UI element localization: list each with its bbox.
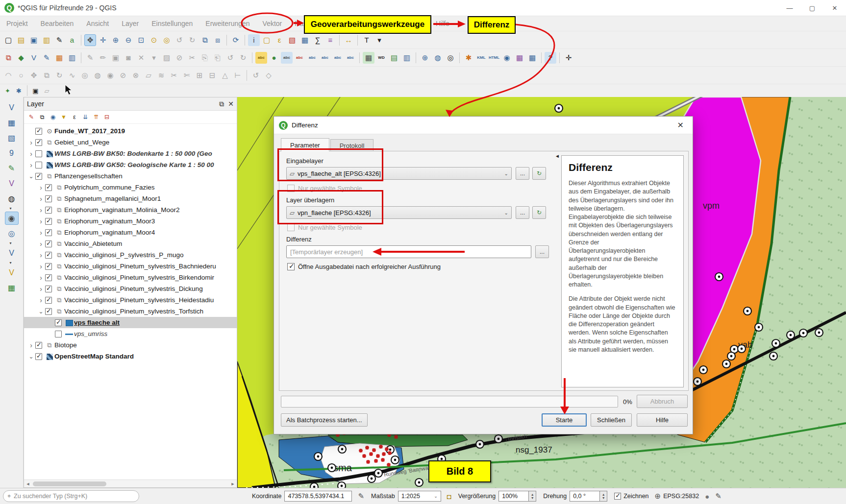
layer-tree-row[interactable]: ⌄⧉Vaccinio_uliginosi_Pinetum_sylvestris_… <box>24 306 237 317</box>
vertex-edit-icon[interactable]: △ <box>219 70 231 81</box>
layer-name[interactable]: vps flaeche alt <box>74 319 120 326</box>
expand-icon[interactable]: › <box>27 161 35 169</box>
help-contents-icon[interactable]: ? <box>545 52 556 64</box>
layer-tree-row[interactable]: ›WMS LGRB-BW GK50: Geologische Karte 1 :… <box>24 159 237 170</box>
layer-visibility-checkbox[interactable] <box>45 229 52 236</box>
overlay-browse-button[interactable]: ... <box>516 206 529 219</box>
add-arcgis-layer-icon[interactable]: V <box>5 266 19 279</box>
close-icon[interactable]: ✕ <box>823 0 846 16</box>
expand-icon[interactable]: › <box>37 274 45 282</box>
output-field[interactable]: [Temporärlayer erzeugen] <box>286 245 531 258</box>
layer-tree-row[interactable]: vps_umriss <box>24 328 237 339</box>
expand-icon[interactable]: › <box>37 206 45 214</box>
expand-icon[interactable]: › <box>37 263 45 270</box>
magnifier-spinbox[interactable]: 100% ▲▼ <box>498 491 536 502</box>
web-globe-icon[interactable]: ◍ <box>432 52 444 64</box>
scroll-right-icon[interactable]: ► <box>229 481 237 486</box>
refresh-map-icon[interactable]: ⟳ <box>230 34 242 46</box>
layer-name[interactable]: OpenStreetMap Standard <box>54 353 134 360</box>
layer-name[interactable]: vps_umriss <box>74 330 107 337</box>
menu-bearbeiten[interactable]: Bearbeiten <box>34 20 80 27</box>
layer-tree-row[interactable]: ›⧉Vaccinio_uliginosi_Pinetum_sylvestris_… <box>24 283 237 294</box>
select-by-expression-icon[interactable]: ε <box>274 34 285 46</box>
add-group-icon[interactable]: ⧉ <box>37 112 47 122</box>
deselect-all-icon[interactable]: ▧ <box>286 34 298 46</box>
layer-name[interactable]: Funde_WT_2017_2019 <box>54 127 125 135</box>
dialog-close-icon[interactable]: ✕ <box>673 120 688 131</box>
layer-visibility-checkbox[interactable] <box>45 184 52 191</box>
open-attribute-table-icon[interactable]: ▦ <box>299 34 311 46</box>
layer-visibility-checkbox[interactable] <box>35 342 42 349</box>
raster-align-icon[interactable]: ▤ <box>388 52 400 64</box>
measure-line-icon[interactable]: ↔ <box>343 34 354 46</box>
expand-icon[interactable]: › <box>37 240 45 248</box>
layer-visibility-checkbox[interactable] <box>35 353 42 360</box>
coordinate-input[interactable]: 473578.5,5397434.1 <box>284 491 352 502</box>
layer-tree-row[interactable]: ›⧉Sphagnetum_magellanici_Moor1 <box>24 193 237 204</box>
render-checkbox[interactable] <box>614 493 621 500</box>
add-postgis-layer-dropdown-icon[interactable]: ▾ <box>9 206 11 211</box>
annotation-dropdown-icon[interactable]: ▾ <box>373 34 385 46</box>
input-browse-button[interactable]: ... <box>516 167 529 180</box>
layer-name[interactable]: Vaccinio_uliginosi_Pinetum_sylvestris_Di… <box>64 285 203 292</box>
menu-vektor[interactable]: Vektor <box>256 20 289 27</box>
copy-move-icon[interactable]: ⧉ <box>41 70 52 81</box>
cut-features-icon[interactable]: ✂ <box>186 52 198 64</box>
add-oracle-layer-icon[interactable]: ▦ <box>5 281 19 294</box>
add-wfs-layer-icon[interactable]: V <box>5 246 19 260</box>
layer-tree-row[interactable]: ›WMS LGRB-BW BK50: Bodenkarte 1 : 50 000… <box>24 148 237 159</box>
zoom-to-selection-icon[interactable]: ◎ <box>161 34 173 46</box>
filter-by-expression-icon[interactable]: ε <box>70 112 79 122</box>
add-ring-icon[interactable]: ◎ <box>79 70 91 81</box>
layer-visibility-checkbox[interactable] <box>55 319 62 326</box>
new-project-icon[interactable]: ▢ <box>2 34 14 46</box>
menu-ansicht[interactable]: Ansicht <box>80 20 115 27</box>
cancel-button[interactable]: Abbruch <box>637 395 688 408</box>
layer-visibility-checkbox[interactable] <box>45 252 52 259</box>
zoom-full-icon[interactable]: ⊡ <box>135 34 147 46</box>
layer-name[interactable]: Vaccinio_uliginosi_Pinetum_sylvestris_Ba… <box>64 263 216 270</box>
merge-attributes-icon[interactable]: ⊟ <box>206 70 218 81</box>
offset-point-symbols-icon[interactable]: ◇ <box>263 70 274 81</box>
layer-tree-row[interactable]: ›⧉Vaccinio_uliginosi_Pinetum_sylvestris_… <box>24 294 237 306</box>
label-move-icon[interactable]: abc <box>306 52 318 64</box>
layer-tree-row[interactable]: ›⧉Gebiet_und_Wege <box>24 137 237 148</box>
expand-icon[interactable]: › <box>27 150 35 158</box>
save-project-icon[interactable]: ▣ <box>28 34 40 46</box>
remove-layer-icon[interactable]: ⊟ <box>102 112 112 122</box>
save-project-as-icon[interactable]: ▥ <box>41 34 52 46</box>
collapse-icon[interactable]: ⌄ <box>27 353 35 360</box>
rotation-spinbox[interactable]: 0,0 ° ▲▼ <box>570 491 607 502</box>
new-virtual-layer-icon[interactable]: ▦ <box>53 52 65 64</box>
expand-icon[interactable]: › <box>37 195 45 203</box>
add-postgis-layer-icon[interactable]: ◍ <box>5 192 19 205</box>
kml-tools-icon[interactable]: KML <box>475 52 487 64</box>
label-highlight-icon[interactable]: abc <box>294 52 305 64</box>
layer-name[interactable]: Eriophorum_vaginatum_Moor3 <box>64 217 155 225</box>
style-manager-icon[interactable]: a <box>66 34 78 46</box>
scrollbar-thumb[interactable] <box>33 481 106 486</box>
layer-name[interactable]: WMS LGRB-BW BK50: Bodenkarte 1 : 50 000 … <box>54 150 212 157</box>
statistics-icon[interactable]: ≡ <box>324 34 336 46</box>
expand-icon[interactable]: › <box>27 341 35 349</box>
layer-tree-row[interactable]: ›⧉Eriophorum_vaginatum_Molinia_Moor2 <box>24 204 237 216</box>
layer-tree-row[interactable]: vps flaeche alt <box>24 317 237 328</box>
expand-icon[interactable]: › <box>37 285 45 293</box>
add-delimited-text-icon[interactable]: 9 <box>5 146 19 160</box>
toggle-editing-icon[interactable]: ✏ <box>97 52 109 64</box>
processing-gear-icon[interactable]: ✱ <box>463 52 474 64</box>
new-shapefile-icon[interactable]: V <box>28 52 40 64</box>
georeferencer-icon[interactable]: WD <box>375 52 387 64</box>
close-panel-icon[interactable]: ✕ <box>228 100 234 108</box>
crosshair-tool-icon[interactable]: ✛ <box>563 52 574 64</box>
add-wfs-layer-dropdown-icon[interactable]: ▾ <box>9 261 11 265</box>
layer-tree-row[interactable]: ›⧉Vaccinio_Abietetum <box>24 238 237 249</box>
layer-visibility-checkbox[interactable] <box>45 207 52 214</box>
globe-plugin-icon[interactable]: ◉ <box>501 52 513 64</box>
split-features-icon[interactable]: ✂ <box>168 70 180 81</box>
grid-plugin-icon[interactable]: ▦ <box>514 52 525 64</box>
layer-tree-row[interactable]: ›⧉Biotope <box>24 339 237 351</box>
html-tools-icon[interactable]: HTML <box>488 52 500 64</box>
layer-name[interactable]: Vaccinio_uliginosi_Pinetum_sylvestris_Bi… <box>64 274 214 281</box>
locator-search-input[interactable]: ⌖ Zu suchender Typ (Strg+K) <box>3 490 139 502</box>
